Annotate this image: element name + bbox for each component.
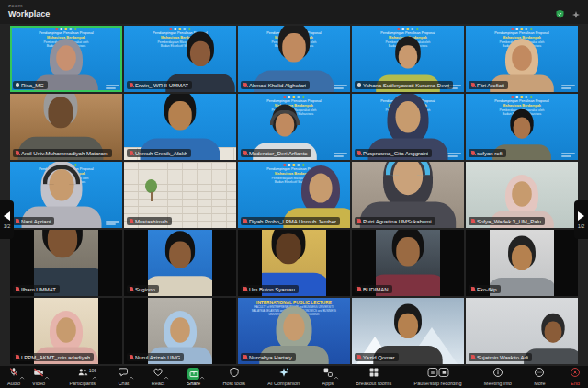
participant-tile[interactable]: Pendampingan Penulisan ProposalMahasiswa…: [466, 26, 578, 92]
participant-name: sofyan rofi: [477, 151, 503, 156]
end-meeting-button[interactable]: End: [568, 366, 582, 388]
muted-mic-icon: [471, 151, 475, 156]
participant-tile[interactable]: Pendampingan Penulisan ProposalMahasiswa…: [238, 162, 350, 228]
muted-mic-icon: [243, 83, 247, 88]
meeting-info-button[interactable]: Meeting info: [482, 366, 514, 388]
gallery-prev-page-button[interactable]: 1/2: [0, 200, 14, 239]
muted-mic-icon: [130, 355, 133, 360]
participant-name: Nurul Azizah UMG: [135, 355, 180, 360]
more-icon: [534, 367, 545, 381]
participant-tile[interactable]: Yazid Qomar: [352, 298, 464, 364]
muted-mic-icon: [471, 287, 475, 292]
participant-tile[interactable]: Nurul Azizah UMG: [124, 298, 236, 364]
mic-icon: [357, 83, 361, 88]
more-button[interactable]: More: [532, 366, 548, 388]
participant-tile[interactable]: Pendampingan Penulisan ProposalMahasiswa…: [238, 26, 350, 92]
share-screen-button[interactable]: Share: [185, 366, 202, 388]
participant-name: Ilham UMMAT: [21, 287, 56, 292]
participant-nameplate: Moderator_Deri Arfianto: [241, 149, 311, 157]
chat-button[interactable]: Chat: [116, 366, 130, 388]
participant-tile[interactable]: BUDIMAN: [352, 230, 464, 296]
participant-nameplate: Mustashimah: [127, 217, 172, 225]
chevron-up-icon[interactable]: [19, 369, 25, 382]
chevron-up-icon[interactable]: [199, 369, 205, 382]
muted-mic-icon: [130, 287, 133, 292]
shield-icon: [229, 367, 240, 381]
participant-tile[interactable]: Sugiono: [124, 230, 236, 296]
video-button[interactable]: Video: [30, 366, 47, 388]
breakout-rooms-button[interactable]: Breakout rooms: [354, 366, 393, 388]
participant-nameplate: Ilham UMMAT: [13, 285, 60, 293]
participant-name: Um.Buton Syamsu: [249, 287, 295, 292]
participant-nameplate: Sugiono: [127, 285, 159, 293]
react-button[interactable]: React: [150, 366, 166, 388]
recording-controls-icon: [427, 367, 449, 381]
pause-stop-recording-button[interactable]: Pause/stop recording: [413, 366, 464, 388]
participants-button[interactable]: 106 Participants: [67, 366, 97, 388]
chevron-up-icon[interactable]: [92, 369, 97, 382]
participant-tile[interactable]: Um.Buton Syamsu: [238, 230, 350, 296]
muted-mic-icon: [16, 151, 19, 156]
window-titlebar: zoom Workplace: [0, 0, 588, 24]
participant-nameplate: Yazid Qomar: [355, 353, 399, 361]
participant-name: Yazid Qomar: [363, 355, 395, 360]
participant-tile[interactable]: Pendampingan Penulisan ProposalMahasiswa…: [352, 94, 464, 160]
zoom-brand: zoom: [8, 3, 23, 8]
muted-mic-icon: [357, 151, 361, 156]
participant-name: Sujatmin Waskito Adi: [477, 355, 528, 360]
participant-name: Eko-fkip: [477, 287, 497, 292]
participant-name: Risa_MC: [21, 83, 44, 88]
chevron-up-icon[interactable]: [44, 369, 50, 382]
participant-tile[interactable]: Mustashimah: [124, 162, 236, 228]
participant-tile[interactable]: Ilham UMMAT: [10, 230, 122, 296]
heart-icon: [153, 367, 164, 381]
meeting-toolbar: Audio Video 106 Participants Chat: [0, 366, 588, 388]
chevron-up-icon[interactable]: [164, 369, 169, 382]
participant-tile[interactable]: Amil Univ.Muhammadiyah Mataram: [10, 94, 122, 160]
left-arrow-icon: [4, 211, 10, 221]
participant-tile[interactable]: Pendampingan Penulisan ProposalMahasiswa…: [124, 26, 236, 92]
video-stage: Pendampingan Penulisan ProposalMahasiswa…: [0, 24, 588, 366]
participant-nameplate: Nurcahya Hartaty: [241, 353, 296, 361]
participant-tile[interactable]: Pendampingan Penulisan ProposalMahasiswa…: [238, 94, 350, 160]
participant-name: Sofya_Wadek 3_UM_Palu: [477, 219, 541, 224]
muted-mic-icon: [16, 355, 19, 360]
participant-name: BUDIMAN: [363, 287, 389, 292]
participant-tile[interactable]: Pendampingan Penulisan ProposalMahasiswa…: [466, 94, 578, 160]
breakout-rooms-icon: [368, 367, 379, 381]
participants-icon: [77, 367, 88, 381]
participant-nameplate: Risa_MC: [13, 81, 48, 89]
ai-companion-button[interactable]: AI Companion: [266, 366, 301, 388]
host-tools-button[interactable]: Host tools: [221, 366, 247, 388]
ai-sparkle-icon: [278, 367, 289, 381]
background-logo-watermark: [106, 84, 119, 89]
participant-nameplate: Amil Univ.Muhammadiyah Mataram: [13, 149, 112, 157]
participant-nameplate: LPPM_AKMT_min adadiyah: [13, 353, 94, 361]
apps-button[interactable]: Apps: [320, 366, 335, 388]
participant-tile[interactable]: Putri Agustina UMSukabumi: [352, 162, 464, 228]
gallery-next-page-button[interactable]: 1/2: [574, 200, 588, 239]
participant-tile[interactable]: INTERNATIONAL PUBLIC LECTUREFACULTY of E…: [238, 298, 350, 364]
participant-nameplate: Nani Apriani: [13, 217, 54, 225]
participant-tile[interactable]: Unmuh Gresik_Afakh: [124, 94, 236, 160]
muted-mic-icon: [357, 219, 361, 224]
view-settings-icon[interactable]: [571, 6, 581, 23]
participant-name: Nurcahya Hartaty: [249, 355, 292, 360]
encryption-shield-icon[interactable]: [555, 6, 565, 23]
participant-tile[interactable]: Sofya_Wadek 3_UM_Palu: [466, 162, 578, 228]
participant-tile[interactable]: Pendampingan Penulisan ProposalMahasiswa…: [10, 26, 122, 92]
participant-tile[interactable]: Pendampingan Penulisan ProposalMahasiswa…: [10, 162, 122, 228]
participant-tile[interactable]: Sujatmin Waskito Adi: [466, 298, 578, 364]
audio-button[interactable]: Audio: [6, 366, 22, 388]
apps-icon: [322, 367, 334, 381]
chevron-up-icon[interactable]: [129, 369, 134, 382]
participant-tile[interactable]: Pendampingan Penulisan ProposalMahasiswa…: [352, 26, 464, 92]
chevron-up-icon[interactable]: [334, 369, 339, 382]
participant-tile[interactable]: LPPM_AKMT_min adadiyah: [10, 298, 122, 364]
muted-mic-icon: [471, 219, 475, 224]
participant-tile[interactable]: Eko-fkip: [466, 230, 578, 296]
participant-nameplate: Um.Buton Syamsu: [241, 285, 299, 293]
muted-mic-icon: [357, 287, 361, 292]
share-screen-icon: [187, 368, 199, 380]
participant-name: Ahmad Kholid Alghofari: [249, 83, 306, 88]
